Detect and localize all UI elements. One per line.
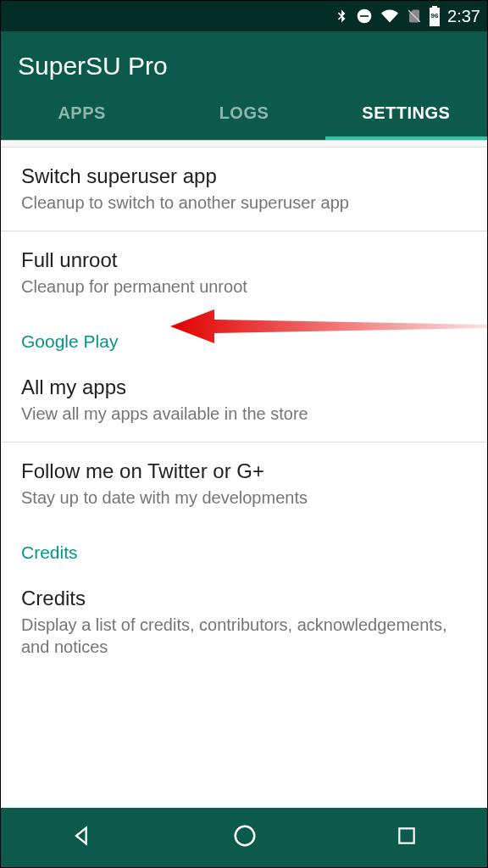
tab-logs[interactable]: LOGS: [163, 86, 324, 140]
item-follow-twitter[interactable]: Follow me on Twitter or G+ Stay up to da…: [1, 442, 487, 526]
item-switch-superuser[interactable]: Switch superuser app Cleanup to switch t…: [1, 147, 487, 231]
wifi-icon: [380, 8, 400, 25]
tab-apps[interactable]: APPS: [1, 86, 163, 140]
battery-icon: 96: [429, 6, 441, 26]
item-full-unroot[interactable]: Full unroot Cleanup for permanent unroot: [1, 231, 487, 314]
item-title: Switch superuser app: [21, 164, 467, 188]
item-title: Follow me on Twitter or G+: [21, 459, 467, 483]
item-credits[interactable]: Credits Display a list of credits, contr…: [1, 570, 487, 675]
nav-home-button[interactable]: [232, 823, 258, 852]
section-google-play: Google Play: [1, 314, 487, 359]
status-bar: 96 2:37: [1, 1, 487, 31]
item-subtitle: Display a list of credits, contributors,…: [21, 614, 467, 658]
tabs: APPS LOGS SETTINGS: [1, 86, 487, 140]
navigation-bar: [1, 808, 487, 867]
svg-point-4: [236, 826, 255, 846]
item-all-my-apps[interactable]: All my apps View all my apps available i…: [1, 359, 487, 442]
section-credits: Credits: [1, 526, 487, 570]
no-sim-icon: [407, 7, 422, 25]
nav-recents-button[interactable]: [396, 825, 418, 850]
dnd-icon: [356, 8, 373, 25]
item-subtitle: Cleanup for permanent unroot: [21, 275, 467, 298]
item-subtitle: View all my apps available in the store: [21, 403, 467, 425]
item-title: All my apps: [21, 376, 467, 399]
svg-rect-5: [400, 828, 414, 843]
settings-list: Switch superuser app Cleanup to switch t…: [1, 140, 487, 675]
status-clock: 2:37: [447, 7, 480, 26]
item-subtitle: Stay up to date with my developments: [21, 487, 467, 509]
nav-back-button[interactable]: [70, 824, 94, 851]
app-title: SuperSU Pro: [18, 52, 470, 81]
svg-rect-1: [360, 15, 369, 17]
tab-settings[interactable]: SETTINGS: [325, 86, 487, 140]
item-title: Full unroot: [21, 248, 467, 272]
item-subtitle: Cleanup to switch to another superuser a…: [21, 192, 467, 214]
bluetooth-icon: [334, 7, 349, 25]
app-bar: SuperSU Pro: [1, 31, 487, 86]
item-title: Credits: [21, 587, 467, 610]
battery-level: 96: [429, 12, 441, 19]
